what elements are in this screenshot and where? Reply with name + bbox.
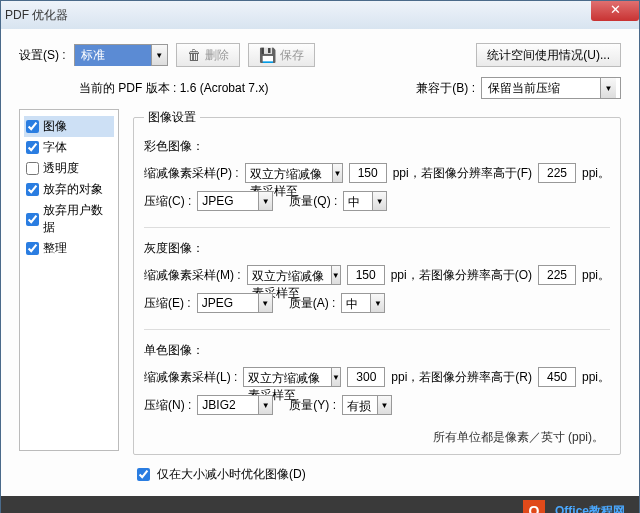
sidebar-item-discard-objects[interactable]: 放弃的对象 [24, 179, 114, 200]
sidebar-item-transparency[interactable]: 透明度 [24, 158, 114, 179]
optimize-only-shrink-checkbox[interactable]: 仅在大小减小时优化图像(D) [133, 465, 621, 484]
gray-ppi2-input[interactable] [538, 265, 576, 285]
stats-button[interactable]: 统计空间使用情况(U)... [476, 43, 621, 67]
chevron-down-icon: ▼ [332, 164, 342, 182]
color-quality-dropdown[interactable]: 中▼ [343, 191, 387, 211]
save-icon: 💾 [259, 47, 276, 63]
units-note: 所有单位都是像素／英寸 (ppi)。 [144, 425, 610, 448]
sidebar-item-images[interactable]: 图像 [24, 116, 114, 137]
mono-image-group: 单色图像： 缩减像素采样(L) : 双立方缩减像素采样至▼ ppi，若图像分辨率… [144, 336, 610, 425]
delete-button[interactable]: 🗑 删除 [176, 43, 240, 67]
pdf-optimizer-window: PDF 优化器 ✕ 设置(S) : 标准 ▼ 🗑 删除 💾 保存 统计空间使用情… [0, 0, 640, 513]
panel-legend: 图像设置 [144, 109, 200, 126]
chevron-down-icon: ▼ [258, 192, 272, 210]
pdf-version-label: 当前的 PDF 版本 : 1.6 (Acrobat 7.x) [79, 80, 268, 97]
sidebar-item-discard-userdata[interactable]: 放弃用户数据 [24, 200, 114, 238]
chevron-down-icon: ▼ [600, 78, 616, 98]
settings-label: 设置(S) : [19, 47, 66, 64]
compat-dropdown[interactable]: 保留当前压缩 ▼ [481, 77, 621, 99]
gray-quality-dropdown[interactable]: 中▼ [341, 293, 385, 313]
compat-label: 兼容于(B) : [416, 80, 475, 97]
trash-icon: 🗑 [187, 47, 201, 63]
footer-brand: Office教程网 [555, 503, 625, 514]
chevron-down-icon: ▼ [370, 294, 384, 312]
color-compress-dropdown[interactable]: JPEG▼ [197, 191, 273, 211]
color-image-group: 彩色图像： 缩减像素采样(P) : 双立方缩减像素采样至▼ ppi，若图像分辨率… [144, 132, 610, 221]
preset-dropdown[interactable]: 标准 ▼ [74, 44, 168, 66]
sidebar-item-cleanup[interactable]: 整理 [24, 238, 114, 259]
category-sidebar: 图像 字体 透明度 放弃的对象 放弃用户数据 整理 [19, 109, 119, 451]
chevron-down-icon: ▼ [372, 192, 386, 210]
color-ppi2-input[interactable] [538, 163, 576, 183]
chevron-down-icon: ▼ [331, 266, 340, 284]
color-downsample-dropdown[interactable]: 双立方缩减像素采样至▼ [245, 163, 343, 183]
mono-quality-dropdown[interactable]: 有损▼ [342, 395, 392, 415]
image-settings-panel: 图像设置 彩色图像： 缩减像素采样(P) : 双立方缩减像素采样至▼ ppi，若… [133, 109, 621, 455]
close-button[interactable]: ✕ [591, 1, 639, 21]
mono-compress-dropdown[interactable]: JBIG2▼ [197, 395, 273, 415]
gray-downsample-dropdown[interactable]: 双立方缩减像素采样至▼ [247, 265, 341, 285]
chevron-down-icon: ▼ [331, 368, 341, 386]
footer-watermark: O Office教程网 [1, 496, 639, 513]
office-icon: O [523, 500, 545, 513]
window-title: PDF 优化器 [5, 7, 68, 24]
sidebar-item-fonts[interactable]: 字体 [24, 137, 114, 158]
gray-ppi1-input[interactable] [347, 265, 385, 285]
color-ppi1-input[interactable] [349, 163, 387, 183]
mono-ppi2-input[interactable] [538, 367, 576, 387]
gray-compress-dropdown[interactable]: JPEG▼ [197, 293, 273, 313]
save-button[interactable]: 💾 保存 [248, 43, 315, 67]
chevron-down-icon: ▼ [151, 45, 167, 65]
titlebar[interactable]: PDF 优化器 ✕ [1, 1, 639, 29]
chevron-down-icon: ▼ [377, 396, 391, 414]
chevron-down-icon: ▼ [258, 294, 272, 312]
chevron-down-icon: ▼ [258, 396, 272, 414]
gray-image-group: 灰度图像： 缩减像素采样(M) : 双立方缩减像素采样至▼ ppi，若图像分辨率… [144, 234, 610, 323]
mono-downsample-dropdown[interactable]: 双立方缩减像素采样至▼ [243, 367, 341, 387]
mono-ppi1-input[interactable] [347, 367, 385, 387]
